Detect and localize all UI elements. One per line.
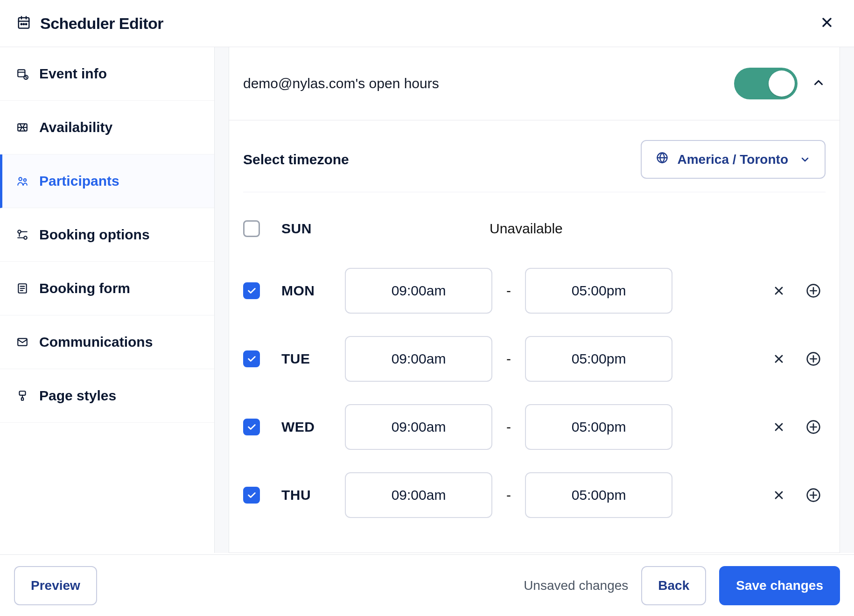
start-time-input[interactable]: 09:00am: [345, 268, 492, 314]
day-row-thu: THU 09:00am - 05:00pm: [243, 461, 826, 529]
globe-icon: [656, 151, 669, 168]
sidebar-item-label: Availability: [39, 119, 112, 135]
sidebar-item-label: Booking form: [39, 280, 130, 296]
day-label: TUE: [281, 351, 333, 367]
calendar-icon: [17, 15, 31, 31]
time-separator: -: [506, 419, 511, 435]
sidebar-item-booking-form[interactable]: Booking form: [0, 262, 214, 315]
preview-button[interactable]: Preview: [14, 566, 97, 605]
sidebar-item-label: Communications: [39, 334, 153, 350]
chevron-down-icon: [799, 154, 811, 165]
sidebar-item-label: Booking options: [39, 227, 150, 243]
start-time-input[interactable]: 09:00am: [345, 404, 492, 450]
mail-icon: [16, 336, 29, 349]
time-slot: 09:00am - 05:00pm: [345, 404, 760, 450]
status-text: Unsaved changes: [524, 578, 628, 593]
svg-rect-14: [21, 398, 23, 400]
main-content: demo@nylas.com's open hours Select timez…: [215, 47, 854, 553]
open-hours-toggle[interactable]: [734, 68, 798, 99]
svg-rect-4: [18, 70, 25, 77]
back-button[interactable]: Back: [641, 566, 706, 605]
end-time-input[interactable]: 05:00pm: [525, 336, 672, 382]
add-slot-button[interactable]: [806, 488, 821, 503]
panel-header: demo@nylas.com's open hours: [229, 47, 840, 120]
end-time-input[interactable]: 05:00pm: [525, 268, 672, 314]
chevron-up-icon[interactable]: [812, 76, 826, 91]
end-time-input[interactable]: 05:00pm: [525, 404, 672, 450]
svg-point-2: [23, 24, 25, 25]
day-checkbox-mon[interactable]: [243, 282, 260, 299]
booking-options-icon: [16, 228, 29, 241]
toggle-knob: [769, 70, 795, 97]
people-icon: [16, 175, 29, 188]
day-row-tue: TUE 09:00am - 05:00pm: [243, 325, 826, 393]
day-checkbox-sun[interactable]: [243, 220, 260, 237]
svg-point-1: [21, 24, 22, 25]
day-checkbox-tue[interactable]: [243, 350, 260, 367]
timezone-value: America / Toronto: [677, 152, 788, 167]
time-slot: 09:00am - 05:00pm: [345, 472, 760, 518]
add-slot-button[interactable]: [806, 351, 821, 366]
remove-slot-button[interactable]: [772, 489, 785, 502]
svg-rect-13: [20, 391, 26, 395]
remove-slot-button[interactable]: [772, 420, 785, 434]
days-list: SUN Unavailable MON 09:00am - 05:00pm: [229, 192, 840, 529]
day-row-sun: SUN Unavailable: [243, 201, 826, 257]
svg-point-7: [19, 177, 22, 181]
paint-icon: [16, 389, 29, 402]
day-label: THU: [281, 487, 333, 503]
sidebar-item-page-styles[interactable]: Page styles: [0, 369, 214, 423]
sidebar-item-communications[interactable]: Communications: [0, 315, 214, 369]
time-slot: 09:00am - 05:00pm: [345, 268, 760, 314]
start-time-input[interactable]: 09:00am: [345, 336, 492, 382]
form-icon: [16, 282, 29, 295]
start-time-input[interactable]: 09:00am: [345, 472, 492, 518]
open-hours-panel: demo@nylas.com's open hours Select timez…: [229, 47, 840, 553]
sidebar-item-availability[interactable]: Availability: [0, 101, 214, 154]
svg-point-8: [24, 179, 26, 181]
sidebar-item-participants[interactable]: Participants: [0, 154, 214, 208]
day-row-mon: MON 09:00am - 05:00pm: [243, 257, 826, 325]
panel-title: demo@nylas.com's open hours: [243, 76, 439, 91]
remove-slot-button[interactable]: [772, 284, 785, 297]
sidebar-item-booking-options[interactable]: Booking options: [0, 208, 214, 262]
unavailable-text: Unavailable: [345, 221, 826, 237]
sidebar-item-event-info[interactable]: Event info: [0, 47, 214, 101]
end-time-input[interactable]: 05:00pm: [525, 472, 672, 518]
sidebar-item-label: Participants: [39, 173, 119, 189]
close-button[interactable]: [817, 12, 837, 35]
sidebar-item-label: Page styles: [39, 388, 116, 404]
day-label: WED: [281, 419, 333, 435]
remove-slot-button[interactable]: [772, 352, 785, 365]
timezone-row: Select timezone America / Toronto: [229, 120, 840, 192]
day-label: MON: [281, 283, 333, 299]
time-slot: 09:00am - 05:00pm: [345, 336, 760, 382]
footer: Preview Unsaved changes Back Save change…: [0, 554, 854, 616]
calendar-info-icon: [16, 67, 29, 80]
day-checkbox-thu[interactable]: [243, 487, 260, 504]
add-slot-button[interactable]: [806, 420, 821, 434]
svg-point-3: [26, 24, 27, 25]
add-slot-button[interactable]: [806, 283, 821, 298]
day-checkbox-wed[interactable]: [243, 419, 260, 435]
app-header: Scheduler Editor: [0, 0, 854, 47]
timezone-label: Select timezone: [243, 152, 349, 168]
time-separator: -: [506, 487, 511, 503]
day-row-wed: WED 09:00am - 05:00pm: [243, 393, 826, 461]
time-separator: -: [506, 351, 511, 367]
sidebar: Event info Availability Participants Boo…: [0, 47, 215, 553]
save-button[interactable]: Save changes: [719, 566, 840, 605]
availability-icon: [16, 121, 29, 134]
sidebar-item-label: Event info: [39, 66, 107, 82]
time-separator: -: [506, 283, 511, 299]
timezone-select[interactable]: America / Toronto: [641, 140, 826, 179]
page-title: Scheduler Editor: [40, 14, 163, 33]
day-label: SUN: [281, 221, 333, 237]
